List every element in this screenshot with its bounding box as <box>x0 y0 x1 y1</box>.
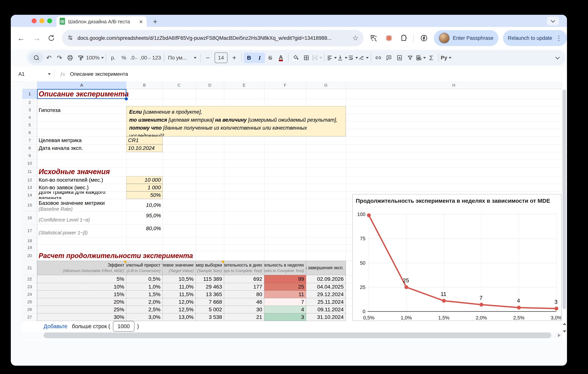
table-cell-sample-26[interactable]: 5 002 <box>196 306 224 313</box>
reload-button[interactable] <box>46 33 56 43</box>
row-header-27[interactable]: 27 <box>22 313 37 321</box>
row-header-18[interactable]: 18 <box>22 237 37 245</box>
create-filter-button[interactable] <box>405 53 415 63</box>
table-cell-effect-23[interactable]: 10% <box>37 283 126 291</box>
row-header-20[interactable]: 20 <box>22 251 37 261</box>
table-cell-days-25[interactable]: 46 <box>224 298 264 306</box>
print-button[interactable] <box>65 53 75 63</box>
horizontal-align-button[interactable] <box>326 53 337 63</box>
minimize-window-button[interactable] <box>39 18 44 23</box>
spreadsheet-grid[interactable]: Продолжительность эксперимента в неделях… <box>22 82 567 340</box>
column-header-H[interactable]: H <box>346 82 562 89</box>
row-header-8[interactable]: 8 <box>22 144 37 152</box>
insert-comment-button[interactable] <box>384 53 394 63</box>
baseline-value[interactable]: 10,0% <box>126 199 163 212</box>
strikethrough-button[interactable]: S <box>265 53 276 63</box>
spark-extension-icon[interactable] <box>384 33 394 43</box>
row-header-10[interactable]: 10 <box>22 160 37 167</box>
increase-font-size-button[interactable]: + <box>229 53 240 63</box>
table-cell-lift-25[interactable]: 2,0% <box>126 298 163 306</box>
column-header-E[interactable]: E <box>224 82 264 89</box>
merge-cells-button[interactable] <box>312 53 322 63</box>
row-header-15[interactable]: 15 <box>22 199 37 212</box>
table-cell-date-26[interactable]: 09.11.2024 <box>306 306 346 313</box>
undo-button[interactable]: ↶ <box>43 53 54 63</box>
table-cell-sample-23[interactable]: 29 463 <box>196 283 224 291</box>
input-value-14[interactable]: 50% <box>126 191 163 199</box>
close-window-button[interactable] <box>32 18 37 23</box>
horizontal-scrollbar-thumb[interactable] <box>43 332 551 338</box>
scroll-down-button[interactable] <box>562 328 567 335</box>
table-cell-lift-24[interactable]: 1,5% <box>126 291 163 298</box>
table-header-2[interactable]: Абсолютный прирост(Lift in Conversion) <box>126 261 163 275</box>
input-value-13[interactable]: 1 000 <box>126 184 163 191</box>
new-tab-button[interactable]: + <box>150 17 160 27</box>
input-label-13[interactable]: Кол-во заявок (мес.) <box>37 184 126 191</box>
font-select[interactable]: По ум... <box>166 53 198 63</box>
bold-button[interactable]: B <box>244 53 254 63</box>
table-cell-days-23[interactable]: 177 <box>224 283 264 291</box>
table-cell-effect-27[interactable]: 30% <box>37 313 126 321</box>
functions-button[interactable]: Σ <box>426 53 437 63</box>
table-cell-days-27[interactable]: 21 <box>224 313 264 321</box>
section-title-duration-calc[interactable]: Расчет продолжительности эксперимента <box>37 251 196 261</box>
forward-button[interactable]: → <box>33 34 41 43</box>
start-date-label[interactable]: Дата начала эксп. <box>37 144 126 152</box>
tab-search-chevron-button[interactable] <box>547 17 559 25</box>
table-cell-date-24[interactable]: 29.12.2024 <box>306 291 346 298</box>
name-box[interactable]: A1 <box>11 71 54 77</box>
paint-format-button[interactable] <box>75 53 86 63</box>
format-currency-button[interactable]: р. <box>108 53 119 63</box>
horizontal-scrollbar[interactable] <box>22 331 562 339</box>
row-header-2[interactable]: 2 <box>22 99 37 106</box>
row-header-17[interactable]: 17 <box>22 224 37 237</box>
redo-button[interactable]: ↷ <box>54 53 65 63</box>
table-cell-sample-25[interactable]: 7 668 <box>196 298 224 306</box>
scroll-up-button[interactable] <box>562 321 567 327</box>
address-bar[interactable]: docs.google.com/spreadsheets/d/1zZbdA6If… <box>62 30 364 46</box>
tab-close-icon[interactable]: × <box>138 18 144 25</box>
input-label-12[interactable]: Кол-во посетителей (мес.) <box>37 176 126 184</box>
input-label-14[interactable]: Доля трафика для каждого варианта <box>37 191 126 199</box>
row-header-7[interactable]: 7 <box>22 136 37 144</box>
column-header-A[interactable]: A <box>37 82 126 89</box>
column-header-G[interactable]: G <box>306 82 346 89</box>
table-cell-date-27[interactable]: 31.10.2024 <box>306 313 346 321</box>
table-cell-lift-27[interactable]: 3,0% <box>126 313 163 321</box>
row-header-21[interactable]: 21 <box>22 261 37 275</box>
start-date-value[interactable]: 10.10.2024 <box>126 144 163 152</box>
target-metric-value[interactable]: CR1 <box>126 136 163 144</box>
table-cell-sample-22[interactable]: 115 389 <box>196 275 224 283</box>
row-header-19[interactable]: 19 <box>22 245 37 251</box>
table-tools-button[interactable] <box>415 53 426 63</box>
row-header-22[interactable]: 22 <box>22 275 37 283</box>
table-cell-lift-26[interactable]: 2,5% <box>126 306 163 313</box>
table-cell-sample-24[interactable]: 13 365 <box>196 291 224 298</box>
font-size-input[interactable]: 14 <box>215 53 228 63</box>
relaunch-button[interactable]: Relaunch to update ⋮ <box>503 30 567 46</box>
hypothesis-text[interactable]: Если [изменение в продукте],то изменится… <box>126 106 346 136</box>
table-cell-target-26[interactable]: 12,5% <box>163 306 196 313</box>
extensions-puzzle-icon[interactable] <box>399 33 409 43</box>
row-header-14[interactable]: 14 <box>22 191 37 199</box>
table-cell-date-22[interactable]: 02.09.2026 <box>306 275 346 283</box>
italic-button[interactable]: I <box>254 53 265 63</box>
column-header-B[interactable]: B <box>126 82 163 89</box>
row-header-16[interactable]: 16 <box>22 212 37 224</box>
select-all-corner[interactable] <box>22 82 37 89</box>
embedded-chart[interactable]: Продолжительность эксперимента в неделях… <box>352 194 561 321</box>
power-label[interactable]: (Statistical power 1−β) <box>37 224 126 237</box>
table-cell-effect-22[interactable]: 5% <box>37 275 126 283</box>
section-title-initial-values[interactable]: Исходные значения <box>37 167 163 176</box>
site-info-icon[interactable] <box>67 34 74 42</box>
table-header-5[interactable]: Длительность в днях(Days to Complete Tes… <box>224 261 264 275</box>
column-header-D[interactable]: D <box>196 82 224 89</box>
browser-menu-kebab-icon[interactable]: ⋮ <box>556 34 562 42</box>
zoom-select[interactable]: 100% <box>86 53 104 63</box>
table-cell-weeks-24[interactable]: 11 <box>264 291 306 298</box>
row-header-9[interactable]: 9 <box>22 152 37 160</box>
insert-link-button[interactable] <box>373 53 384 63</box>
target-metric-label[interactable]: Целевая метрика <box>37 136 126 144</box>
row-header-24[interactable]: 24 <box>22 291 37 298</box>
text-rotation-button[interactable] <box>358 53 369 63</box>
